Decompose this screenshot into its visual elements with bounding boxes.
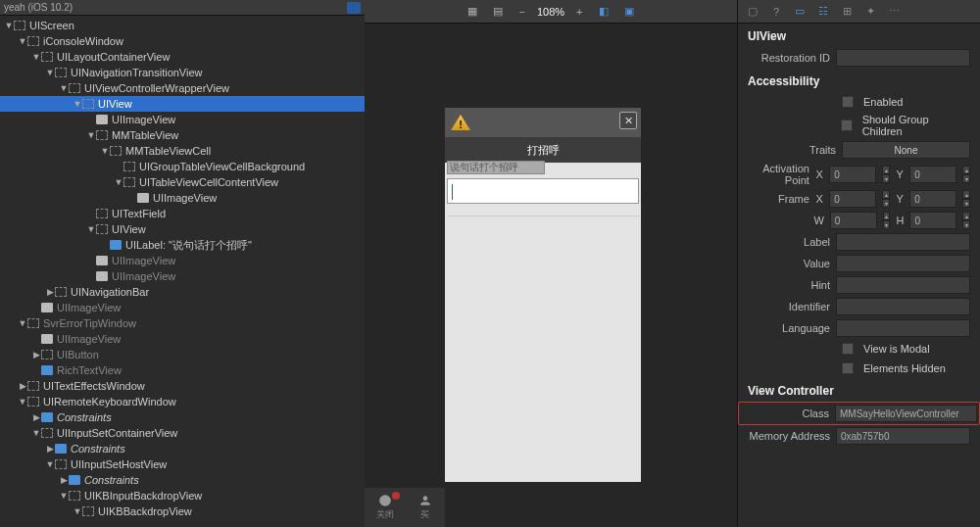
tree-row[interactable]: ▼UIViewControllerWrapperView — [0, 80, 365, 96]
zoom-out-icon[interactable]: − — [514, 4, 528, 20]
checkbox-enabled[interactable] — [842, 96, 854, 108]
chevron-down-icon[interactable]: ▼ — [4, 21, 14, 30]
tree-row[interactable]: RichTextView — [0, 362, 365, 378]
tree-row[interactable]: ▼UIKBInputBackdropView — [0, 488, 365, 503]
tree-row[interactable]: UITextField — [0, 206, 365, 221]
tree-row[interactable]: UIImageView — [0, 300, 365, 315]
tree-row[interactable]: ▼UIView — [0, 96, 365, 112]
tree-row[interactable]: ▶UINavigationBar — [0, 284, 365, 300]
tree-row[interactable]: UIImageView — [0, 268, 365, 284]
chevron-right-icon[interactable]: ▶ — [45, 287, 55, 297]
input-acc-label[interactable] — [836, 233, 970, 251]
tree-row[interactable]: UIGroupTableViewCellBackground — [0, 159, 365, 174]
tree-row[interactable]: UIImageView — [0, 112, 365, 127]
stepper-fr-h[interactable]: ▴▾ — [962, 212, 970, 229]
tab-close[interactable]: 关闭 — [365, 488, 405, 527]
zoom-level[interactable]: 108% — [537, 6, 564, 18]
tree-row[interactable]: ▼SvrErrorTipWindow — [0, 315, 365, 331]
chevron-down-icon[interactable]: ▼ — [59, 83, 69, 93]
zoom-in-icon[interactable]: + — [572, 4, 586, 20]
input-acc-hint[interactable] — [836, 276, 970, 294]
chevron-right-icon[interactable]: ▶ — [31, 350, 41, 359]
tree-row[interactable]: ▼UITableViewCellContentView — [0, 174, 365, 190]
tree-row[interactable]: ▼UINavigationTransitionView — [0, 65, 365, 80]
tab-size-icon[interactable]: ⊞ — [838, 5, 856, 19]
tree-row[interactable]: ▼UIView — [0, 221, 365, 237]
tab-file-icon[interactable]: ▢ — [744, 5, 761, 19]
input-acc-value[interactable] — [836, 255, 970, 272]
input-fr-w[interactable] — [830, 212, 877, 229]
toolbar-3d-icon[interactable]: ◧ — [595, 3, 612, 20]
stepper-fr-y[interactable]: ▴▾ — [962, 190, 970, 208]
chevron-right-icon[interactable]: ▶ — [59, 475, 69, 485]
stepper-fr-x[interactable]: ▴▾ — [882, 190, 890, 208]
input-restoration[interactable] — [836, 49, 970, 67]
stepper-ap-x[interactable]: ▴▾ — [882, 166, 890, 183]
input-fr-h[interactable] — [909, 212, 956, 229]
input-fr-x[interactable] — [829, 190, 876, 208]
close-icon[interactable]: ✕ — [619, 112, 637, 129]
chevron-down-icon[interactable]: ▼ — [18, 318, 27, 328]
tree-row[interactable]: UILabel: "说句话打个招呼" — [0, 237, 365, 253]
tree-row[interactable]: ▶UIButton — [0, 347, 365, 362]
chevron-down-icon[interactable]: ▼ — [114, 177, 123, 187]
checkbox-modal[interactable] — [842, 343, 854, 355]
dropdown-traits[interactable]: None — [842, 141, 970, 159]
chevron-right-icon[interactable]: ▶ — [45, 444, 55, 454]
tab-more-icon[interactable]: ⋯ — [885, 5, 903, 19]
chevron-down-icon[interactable]: ▼ — [73, 506, 82, 516]
chevron-down-icon[interactable]: ▼ — [45, 459, 55, 469]
tree-row[interactable]: ▼UILayoutContainerView — [0, 49, 365, 65]
chevron-down-icon[interactable]: ▼ — [31, 428, 41, 438]
tab-buy[interactable]: 买 — [405, 488, 445, 527]
stepper-ap-y[interactable]: ▴▾ — [962, 166, 970, 183]
input-ap-x[interactable] — [829, 166, 876, 183]
tree-row[interactable]: ▼UIKBBackdropView — [0, 503, 365, 519]
view-hierarchy-tree[interactable]: ▼UIScreen▼iConsoleWindow▼UILayoutContain… — [0, 16, 365, 527]
toolbar-clip-icon[interactable]: ▣ — [620, 3, 638, 20]
input-class[interactable] — [835, 405, 977, 422]
tree-row[interactable]: ▼UIInputSetContainerView — [0, 425, 365, 441]
tab-help-icon[interactable]: ? — [767, 5, 785, 19]
tree-row[interactable]: ▼UIRemoteKeyboardWindow — [0, 394, 365, 409]
tree-row[interactable]: ▼UIInputSetHostView — [0, 456, 365, 472]
header-icon[interactable] — [347, 2, 361, 14]
tree-row[interactable]: ▶UITextEffectsWindow — [0, 378, 365, 394]
tree-row[interactable]: UIImageView — [0, 253, 365, 268]
input-ap-y[interactable] — [909, 166, 956, 183]
tree-row[interactable]: ▼MMTableView — [0, 127, 365, 143]
chevron-down-icon[interactable]: ▼ — [45, 68, 55, 77]
tree-row[interactable]: ▶Constraints — [0, 472, 365, 488]
tab-attributes-icon[interactable]: ☷ — [814, 5, 832, 19]
tab-connections-icon[interactable]: ✦ — [861, 5, 879, 19]
tree-row[interactable]: UIImageView — [0, 190, 365, 206]
stepper-fr-w[interactable]: ▴▾ — [883, 212, 891, 229]
toolbar-layers-icon[interactable]: ▦ — [464, 3, 481, 20]
input-fr-y[interactable] — [909, 190, 956, 208]
chevron-down-icon[interactable]: ▼ — [86, 130, 96, 140]
tree-row[interactable]: ▶Constraints — [0, 441, 365, 456]
tree-row[interactable]: ▼MMTableViewCell — [0, 143, 365, 159]
toolbar-stack-icon[interactable]: ▤ — [489, 3, 507, 20]
checkbox-group[interactable] — [841, 120, 853, 131]
input-memory[interactable] — [836, 427, 970, 445]
checkbox-hidden[interactable] — [842, 362, 854, 374]
tree-row[interactable]: ▼iConsoleWindow — [0, 33, 365, 49]
canvas[interactable]: ! ✕ 打招呼 说句话打个招呼 关闭 买 — [365, 24, 737, 527]
chevron-right-icon[interactable]: ▶ — [31, 412, 41, 422]
chevron-down-icon[interactable]: ▼ — [18, 36, 27, 46]
input-acc-language[interactable] — [836, 319, 970, 337]
chevron-down-icon[interactable]: ▼ — [31, 52, 41, 62]
chevron-down-icon[interactable]: ▼ — [18, 397, 27, 407]
tree-row[interactable]: UIImageView — [0, 331, 365, 347]
chevron-down-icon[interactable]: ▼ — [73, 99, 82, 109]
chevron-down-icon[interactable]: ▼ — [59, 491, 69, 501]
input-acc-identifier[interactable] — [836, 298, 970, 315]
tab-identity-icon[interactable]: ▭ — [791, 5, 808, 19]
chevron-down-icon[interactable]: ▼ — [100, 146, 110, 156]
view-icon — [96, 115, 108, 124]
chevron-down-icon[interactable]: ▼ — [86, 224, 96, 234]
tree-row[interactable]: ▼UIScreen — [0, 18, 365, 33]
chevron-right-icon[interactable]: ▶ — [18, 381, 27, 391]
tree-row[interactable]: ▶Constraints — [0, 409, 365, 425]
